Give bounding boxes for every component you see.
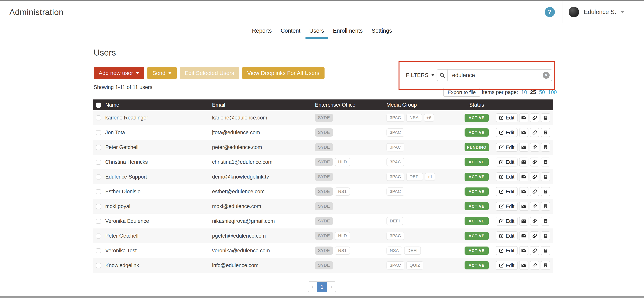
view-deeplinks-button[interactable]: View Deeplinks For All Users (242, 67, 324, 79)
edit-label: Edit (506, 248, 514, 254)
email-user-button[interactable] (519, 113, 528, 122)
edit-selected-users-button[interactable]: Edit Selected Users (180, 67, 239, 79)
media-badge: 3PAC (386, 232, 404, 240)
media-badge: DEFI (386, 217, 403, 225)
page-header-title: Administration (9, 7, 64, 17)
items-per-page-25[interactable]: 25 (530, 89, 536, 96)
edit-button[interactable]: Edit (496, 128, 518, 137)
row-checkbox[interactable] (96, 174, 101, 180)
envelope-icon (521, 159, 526, 165)
row-checkbox[interactable] (96, 219, 101, 224)
user-details-button[interactable] (541, 246, 550, 255)
avatar (569, 7, 579, 17)
tab-reports[interactable]: Reports (248, 23, 276, 39)
edit-icon (499, 248, 504, 253)
email-user-button[interactable] (519, 246, 528, 255)
email-user-button[interactable] (519, 172, 528, 181)
export-to-file-button[interactable]: Export to file (444, 88, 480, 97)
deeplink-button[interactable] (530, 128, 539, 137)
envelope-icon (521, 174, 526, 180)
row-checkbox[interactable] (96, 130, 101, 135)
row-checkbox[interactable] (96, 204, 101, 209)
filters-dropdown[interactable]: FILTERS (406, 69, 434, 81)
send-button[interactable]: Send (147, 67, 177, 79)
user-details-button[interactable] (541, 143, 550, 152)
user-name-label: Edulence S. (584, 8, 616, 16)
row-checkbox[interactable] (96, 116, 101, 120)
link-icon (532, 218, 537, 224)
edit-button[interactable]: Edit (496, 143, 518, 152)
deeplink-button[interactable] (530, 158, 539, 166)
user-details-button[interactable] (541, 158, 550, 166)
deeplink-button[interactable] (530, 143, 539, 152)
deeplink-button[interactable] (530, 202, 539, 211)
envelope-icon (521, 115, 526, 120)
row-checkbox[interactable] (96, 145, 101, 150)
user-menu[interactable]: Edulence S. (562, 1, 633, 23)
tab-enrollments[interactable]: Enrollments (329, 23, 366, 39)
items-per-page-50[interactable]: 50 (539, 89, 545, 96)
envelope-icon (521, 218, 526, 224)
table-header: Name Email Enterprise/ Office Media Grou… (93, 100, 553, 110)
edit-button[interactable]: Edit (496, 216, 518, 226)
email-user-button[interactable] (519, 261, 528, 270)
media-overflow-badge[interactable]: +6 (424, 114, 434, 122)
email-user-button[interactable] (519, 158, 528, 166)
search-input[interactable] (448, 70, 552, 81)
deeplink-button[interactable] (530, 187, 539, 196)
user-details-button[interactable] (541, 231, 550, 240)
tab-content[interactable]: Content (277, 23, 304, 39)
select-all-checkbox[interactable] (96, 102, 101, 108)
tab-users[interactable]: Users (306, 23, 328, 39)
edit-button[interactable]: Edit (496, 202, 518, 211)
user-name: Knowledgelink (105, 262, 212, 268)
email-user-button[interactable] (519, 216, 528, 226)
page-number-button[interactable]: 1 (317, 282, 327, 292)
media-overflow-badge[interactable]: +1 (425, 173, 435, 181)
items-per-page-10[interactable]: 10 (521, 89, 527, 96)
deeplink-button[interactable] (530, 261, 539, 270)
items-per-page: Items per page: 10 25 50 100 (482, 88, 557, 97)
deeplink-button[interactable] (530, 113, 539, 122)
column-header-status: Status (464, 102, 496, 108)
deeplink-button[interactable] (530, 216, 539, 226)
deeplink-button[interactable] (530, 172, 539, 181)
user-details-button[interactable] (541, 172, 550, 181)
items-per-page-100[interactable]: 100 (548, 89, 557, 96)
help-button[interactable]: ? (545, 7, 555, 17)
user-details-button[interactable] (541, 187, 550, 196)
email-user-button[interactable] (519, 128, 528, 137)
user-name: Edulence Support (105, 174, 212, 180)
row-checkbox[interactable] (96, 263, 101, 268)
edit-button[interactable]: Edit (496, 261, 518, 270)
user-details-button[interactable] (541, 202, 550, 211)
next-page-button[interactable]: › (327, 282, 336, 292)
row-checkbox[interactable] (96, 248, 101, 253)
list-icon (543, 218, 548, 224)
user-details-button[interactable] (541, 261, 550, 270)
edit-label: Edit (506, 130, 514, 136)
edit-button[interactable]: Edit (496, 113, 518, 122)
user-details-button[interactable] (541, 128, 550, 137)
email-user-button[interactable] (519, 143, 528, 152)
row-checkbox[interactable] (96, 189, 101, 194)
user-details-button[interactable] (541, 113, 550, 122)
user-details-button[interactable] (541, 216, 550, 226)
row-checkbox[interactable] (96, 234, 101, 238)
deeplink-button[interactable] (530, 246, 539, 255)
clear-search-button[interactable]: ✕ (542, 72, 550, 79)
edit-button[interactable]: Edit (496, 187, 518, 196)
add-new-user-button[interactable]: Add new user (94, 67, 144, 79)
deeplink-button[interactable] (530, 231, 539, 240)
previous-page-button[interactable]: ‹ (308, 282, 317, 292)
tab-settings[interactable]: Settings (368, 23, 396, 39)
email-user-button[interactable] (519, 231, 528, 240)
email-user-button[interactable] (519, 202, 528, 211)
row-checkbox[interactable] (96, 160, 101, 165)
edit-button[interactable]: Edit (496, 231, 518, 240)
edit-button[interactable]: Edit (496, 246, 518, 255)
edit-button[interactable]: Edit (496, 172, 518, 181)
user-email: nikasniegirova@gmail.com (212, 218, 315, 224)
edit-button[interactable]: Edit (496, 158, 518, 166)
email-user-button[interactable] (519, 187, 528, 196)
